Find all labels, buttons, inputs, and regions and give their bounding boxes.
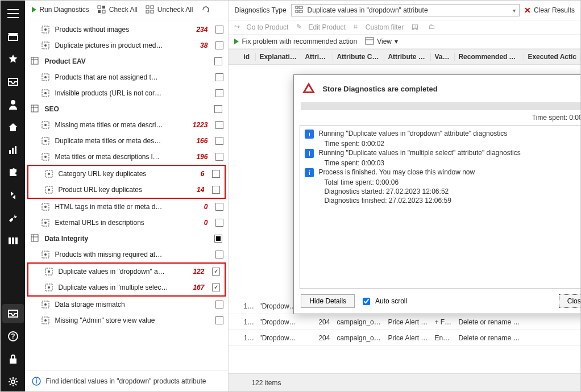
cell-code: campaign_opti… bbox=[333, 318, 384, 326]
svg-point-41 bbox=[48, 189, 50, 191]
sync-icon[interactable] bbox=[2, 186, 24, 205]
tree-item[interactable]: Product URL key duplicates14 bbox=[28, 182, 225, 198]
tree-item[interactable]: Missing meta titles or meta descri…1223 bbox=[25, 117, 228, 133]
col-attribute[interactable]: Attribut… bbox=[301, 53, 333, 61]
diagnostics-tree[interactable]: Products without images234Duplicate pict… bbox=[25, 19, 228, 370]
main-area: Run Diagnostics Check All Uncheck All Pr… bbox=[25, 1, 580, 391]
tree-section[interactable]: SEO bbox=[25, 101, 228, 117]
tree-item[interactable]: Meta titles or meta descriptions l…196 bbox=[25, 149, 228, 165]
home-icon[interactable] bbox=[2, 118, 24, 137]
item-label: Products with missing required at… bbox=[55, 251, 178, 258]
svg-point-52 bbox=[48, 286, 50, 289]
tree-item[interactable]: Products with missing required at… bbox=[25, 247, 228, 262]
item-checkbox[interactable] bbox=[215, 219, 223, 227]
item-count: 38 bbox=[182, 41, 208, 49]
svg-point-56 bbox=[44, 319, 47, 322]
tree-item[interactable]: Data storage mismatch bbox=[25, 297, 228, 312]
refresh-button[interactable] bbox=[199, 4, 213, 15]
check-all-button[interactable]: Check All bbox=[95, 4, 140, 15]
item-checkbox[interactable] bbox=[215, 203, 223, 211]
section-checkbox[interactable] bbox=[214, 57, 222, 65]
item-checkbox[interactable] bbox=[215, 301, 223, 308]
close-icon: ✕ bbox=[524, 6, 531, 15]
tree-item[interactable]: Duplicate pictures in product med…38 bbox=[25, 37, 228, 53]
section-label: Product EAV bbox=[44, 57, 85, 65]
clear-results-button[interactable]: ✕ Clear Results bbox=[524, 6, 575, 15]
col-value[interactable]: Value bbox=[431, 53, 455, 61]
user-icon[interactable] bbox=[2, 95, 24, 114]
section-checkbox[interactable] bbox=[214, 105, 222, 113]
item-checkbox[interactable] bbox=[212, 268, 220, 276]
diag-type-combo[interactable]: Duplicate values in "dropdown" attribute… bbox=[291, 4, 520, 16]
grid-row[interactable]: 1…"Dropdown…204campaign_opti…Price Alert… bbox=[229, 314, 580, 330]
tree-item[interactable]: Products that are not assigned t… bbox=[25, 69, 228, 85]
section-checkbox[interactable] bbox=[214, 235, 222, 243]
col-attribute-name[interactable]: Attribute Na… bbox=[384, 53, 431, 61]
bookmark-remove-button[interactable]: 🗀 bbox=[429, 23, 438, 32]
item-checkbox[interactable] bbox=[215, 316, 223, 324]
item-checkbox[interactable] bbox=[215, 41, 223, 49]
item-checkbox[interactable] bbox=[212, 170, 220, 178]
cell-id: 1… bbox=[240, 302, 256, 310]
item-count: 6 bbox=[179, 170, 204, 178]
item-checkbox[interactable] bbox=[215, 121, 223, 129]
edit-product-button[interactable]: ✎ Edit Product bbox=[296, 23, 345, 32]
uncheck-all-button[interactable]: Uncheck All bbox=[143, 4, 196, 15]
col-recommended[interactable]: Recommended Action bbox=[455, 53, 524, 61]
help-icon[interactable]: ? bbox=[2, 327, 24, 346]
tree-section[interactable]: Data Integrity bbox=[25, 231, 228, 247]
tree-item[interactable]: Duplicate meta titles or meta des…166 bbox=[25, 133, 228, 149]
item-checkbox[interactable] bbox=[212, 186, 220, 194]
item-checkbox[interactable] bbox=[215, 26, 223, 34]
col-explanation[interactable]: Explanation bbox=[256, 53, 301, 61]
columns-icon[interactable] bbox=[2, 231, 24, 251]
hide-details-button[interactable]: Hide Details bbox=[301, 294, 355, 308]
tree-item[interactable]: Category URL key duplicates6 bbox=[28, 166, 225, 182]
item-label: Missing meta titles or meta descri… bbox=[55, 121, 178, 129]
svg-point-45 bbox=[44, 222, 47, 224]
svg-rect-61 bbox=[296, 10, 298, 12]
diagnostics-icon[interactable] bbox=[2, 304, 24, 323]
auto-scroll-input[interactable] bbox=[363, 298, 370, 305]
tree-item[interactable]: External URLs in descriptions0 bbox=[25, 215, 228, 231]
item-checkbox[interactable] bbox=[215, 251, 223, 258]
go-to-product-button[interactable]: ↪ Go to Product bbox=[234, 23, 288, 32]
star-icon[interactable] bbox=[2, 49, 24, 69]
tree-item[interactable]: Missing "Admin" store view value bbox=[25, 312, 228, 328]
tree-item[interactable]: HTML tags in meta title or meta d…0 bbox=[25, 199, 228, 215]
tree-item[interactable]: Invisible products (URL is not cor… bbox=[25, 85, 228, 101]
item-count: 167 bbox=[179, 283, 204, 291]
store-icon[interactable] bbox=[2, 27, 24, 46]
item-checkbox[interactable] bbox=[215, 153, 223, 161]
close-button[interactable]: Close bbox=[559, 294, 581, 308]
custom-filter-button[interactable]: ⌗ Custom filter bbox=[354, 23, 404, 32]
chart-icon[interactable] bbox=[2, 140, 24, 160]
gear-icon[interactable] bbox=[2, 372, 24, 391]
bookmark-add-button[interactable]: 🕮 bbox=[412, 23, 421, 32]
tree-item[interactable]: Products without images234 bbox=[25, 22, 228, 37]
grid-row[interactable]: 1…"Dropdown…204campaign_opti…Price Alert… bbox=[229, 330, 580, 346]
item-label: Meta titles or meta descriptions l… bbox=[55, 153, 178, 161]
auto-scroll-checkbox[interactable]: Auto scroll bbox=[360, 296, 407, 307]
lock-icon[interactable] bbox=[2, 349, 24, 369]
tree-item[interactable]: Duplicate values in "dropdown" a…122 bbox=[28, 264, 225, 280]
view-dropdown[interactable]: View ▾ bbox=[365, 37, 398, 46]
item-checkbox[interactable] bbox=[215, 137, 223, 145]
pencil-icon: ✎ bbox=[296, 23, 305, 32]
inbox-icon[interactable] bbox=[2, 72, 24, 91]
item-label: Product URL key duplicates bbox=[58, 186, 175, 194]
item-checkbox[interactable] bbox=[215, 89, 223, 97]
tree-item[interactable]: Duplicate values in "multiple selec…167 bbox=[28, 280, 225, 295]
col-executed[interactable]: Executed Actic bbox=[524, 53, 580, 61]
run-diagnostics-button[interactable]: Run Diagnostics bbox=[30, 5, 91, 15]
col-id[interactable]: id bbox=[240, 53, 256, 61]
wrench-icon[interactable] bbox=[2, 208, 24, 228]
item-checkbox[interactable] bbox=[212, 283, 220, 291]
item-checkbox[interactable] bbox=[215, 73, 223, 81]
menu-icon[interactable] bbox=[2, 4, 24, 23]
tree-section[interactable]: Product EAV bbox=[25, 53, 228, 69]
dialog-log[interactable]: iRunning "Duplicate values in "dropdown"… bbox=[300, 125, 581, 289]
fix-problem-button[interactable]: Fix problem with recommended action bbox=[234, 37, 357, 45]
col-attribute-code[interactable]: Attribute Code bbox=[333, 53, 384, 61]
puzzle-icon[interactable] bbox=[2, 163, 24, 182]
